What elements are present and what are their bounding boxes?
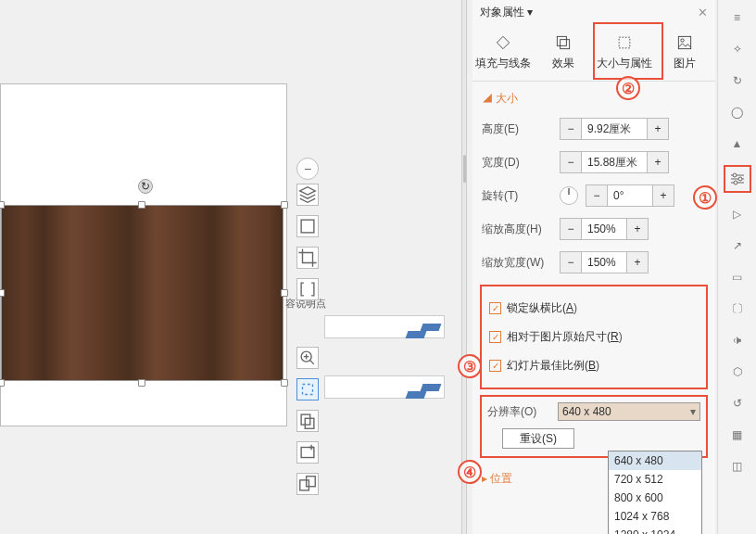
callout-3: ③ (458, 354, 482, 378)
zoom-in-icon[interactable] (296, 347, 319, 369)
grid-icon[interactable]: ▦ (727, 425, 748, 445)
selected-image[interactable] (1, 205, 284, 381)
archive-icon[interactable]: ▭ (727, 267, 748, 287)
scale-h-value[interactable]: 150% (581, 219, 627, 239)
loop-icon[interactable]: ↻ (727, 70, 748, 91)
mini-slides (324, 315, 445, 436)
row-scale-w: 缩放宽度(W) −150%+ (472, 246, 715, 279)
panel-header: 对象属性 ▾ ✕ (472, 0, 715, 24)
cube-icon[interactable]: ⬡ (727, 362, 748, 382)
duplicate-icon[interactable] (296, 473, 319, 495)
chart-icon[interactable]: ◫ (727, 456, 748, 477)
tab-size[interactable]: 大小与属性 (594, 24, 655, 81)
height-label: 高度(E) (482, 121, 554, 137)
copy-slide-icon[interactable] (296, 410, 319, 432)
row-rotate: 旋转(T) −0°+ (472, 179, 715, 212)
resize-handle[interactable] (281, 289, 288, 297)
tab-effect[interactable]: 效果 (534, 24, 595, 81)
rotate-handle[interactable]: ↻ (138, 179, 153, 194)
sound-icon[interactable]: 🕩 (727, 330, 748, 350)
callout-1: ① (693, 185, 717, 210)
crop-icon[interactable] (296, 247, 319, 269)
slide: ↻ (0, 83, 287, 426)
resolution-dropdown: 640 x 480 720 x 512 800 x 600 1024 x 768… (608, 451, 702, 534)
svg-rect-7 (307, 477, 316, 487)
panel-title[interactable]: 对象属性 ▾ (480, 5, 533, 20)
row-height: 高度(E) −9.92厘米+ (472, 112, 715, 146)
width-label: 宽度(D) (482, 155, 554, 171)
reset-button[interactable]: 重设(S) (502, 428, 574, 449)
plus-button[interactable]: + (627, 219, 648, 239)
minus-button[interactable]: − (561, 152, 581, 172)
minus-button[interactable]: − (561, 119, 581, 139)
dropdown-item[interactable]: 1280 x 1024 (609, 526, 701, 534)
width-value[interactable]: 15.88厘米 (581, 152, 648, 172)
rotate-stepper[interactable]: −0°+ (586, 184, 674, 207)
close-icon[interactable]: ✕ (698, 6, 708, 19)
new-slide-icon[interactable] (296, 441, 319, 464)
rotate-dial[interactable] (560, 186, 578, 205)
animate-icon[interactable]: ▷ (727, 204, 748, 224)
settings-icon[interactable] (724, 165, 751, 193)
resize-handle[interactable] (0, 201, 5, 209)
minus-button[interactable]: − (586, 185, 607, 206)
row-width: 宽度(D) −15.88厘米+ (472, 146, 715, 179)
scale-w-value[interactable]: 150% (581, 252, 627, 273)
tab-image[interactable]: 图片 (655, 24, 716, 81)
layers-icon[interactable] (296, 184, 319, 206)
mini-slide[interactable] (324, 315, 445, 338)
resize-handle[interactable] (138, 379, 145, 387)
share-icon[interactable]: ↗ (727, 235, 748, 256)
dropdown-item[interactable]: 800 x 600 (609, 489, 701, 507)
resolution-label: 分辨率(O) (487, 404, 552, 420)
dropdown-item[interactable]: 640 x 480 (609, 451, 701, 470)
svg-point-15 (734, 181, 737, 184)
checkbox-icon: ✓ (489, 331, 501, 343)
height-stepper[interactable]: −9.92厘米+ (560, 118, 669, 140)
plus-button[interactable]: + (627, 252, 648, 273)
right-toolbar: ≡ ✧ ↻ ◯ ▲ ▷ ↗ ▭ 〔〕 🕩 ⬡ ↺ ▦ ◫ (717, 0, 756, 534)
aspect-checks: ✓锁定纵横比(A) ✓相对于图片原始尺寸(R) ✓幻灯片最佳比例(B) (480, 285, 708, 389)
svg-rect-2 (303, 385, 313, 395)
paint-icon[interactable]: ▲ (727, 134, 748, 154)
resize-handle[interactable] (281, 379, 288, 387)
svg-point-14 (738, 177, 742, 181)
resize-handle[interactable] (0, 289, 5, 297)
rotate-value[interactable]: 0° (607, 185, 653, 206)
shape-icon[interactable]: ◯ (727, 102, 748, 122)
brackets-icon[interactable] (296, 278, 319, 300)
resize-handle[interactable] (0, 379, 5, 387)
resize-handle[interactable] (281, 201, 288, 209)
brackets-icon[interactable]: 〔〕 (727, 299, 748, 319)
mini-slide[interactable] (324, 375, 445, 399)
dropdown-item[interactable]: 1024 x 768 (609, 507, 701, 526)
section-size[interactable]: 大小 (472, 82, 715, 112)
minus-button[interactable]: − (561, 252, 581, 273)
minus-button[interactable]: − (561, 219, 581, 239)
zoom-out-button[interactable]: − (296, 158, 319, 180)
dropdown-item[interactable]: 720 x 512 (609, 470, 701, 489)
resize-handle[interactable] (138, 201, 145, 209)
history-icon[interactable]: ↺ (727, 393, 748, 413)
sparkle-icon[interactable]: ✧ (727, 39, 748, 59)
lock-aspect-check[interactable]: ✓锁定纵横比(A) (487, 294, 700, 323)
plus-button[interactable]: + (648, 152, 668, 172)
properties-panel: 对象属性 ▾ ✕ 填充与线条 效果 大小与属性 图片 大小 高度(E) −9.9… (472, 0, 715, 534)
focus-icon[interactable] (296, 378, 319, 400)
svg-rect-0 (301, 220, 314, 233)
plus-button[interactable]: + (648, 119, 668, 139)
best-fit-check[interactable]: ✓幻灯片最佳比例(B) (487, 351, 700, 380)
relative-original-check[interactable]: ✓相对于图片原始尺寸(R) (487, 323, 700, 351)
tab-fill[interactable]: 填充与线条 (472, 24, 534, 81)
resolution-combo[interactable]: 640 x 480 (558, 402, 700, 421)
tabs: 填充与线条 效果 大小与属性 图片 (472, 24, 715, 82)
height-value[interactable]: 9.92厘米 (581, 119, 648, 139)
rect-icon[interactable] (296, 215, 319, 237)
scale-w-stepper[interactable]: −150%+ (560, 251, 649, 273)
plus-button[interactable]: + (653, 185, 674, 206)
width-stepper[interactable]: −15.88厘米+ (560, 151, 669, 173)
svg-rect-11 (679, 36, 691, 48)
menu-icon[interactable]: ≡ (727, 7, 748, 28)
scale-h-stepper[interactable]: −150%+ (560, 218, 649, 240)
panel-divider[interactable] (461, 0, 467, 534)
